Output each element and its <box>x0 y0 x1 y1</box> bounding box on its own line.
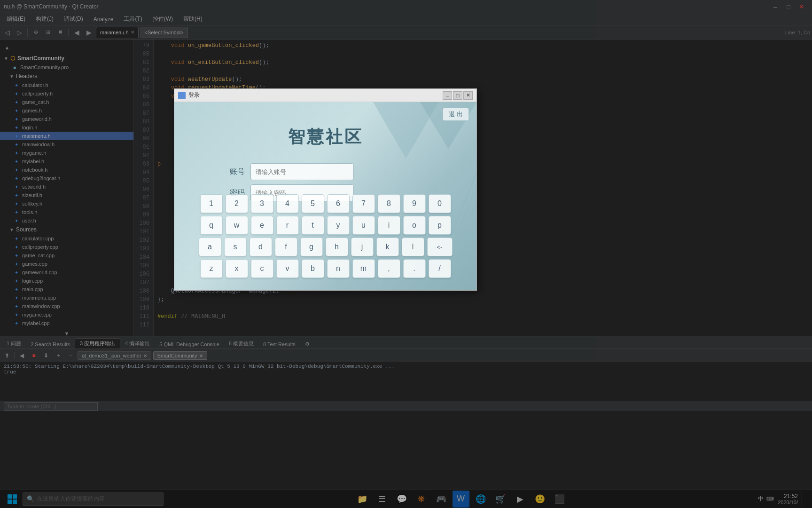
kb-key-z[interactable]: z <box>200 259 223 278</box>
kb-key-a[interactable]: a <box>199 238 221 256</box>
kb-key-o[interactable]: o <box>403 216 426 235</box>
kb-key-q[interactable]: q <box>200 216 223 235</box>
kb-key-2[interactable]: 2 <box>226 194 248 213</box>
kb-key-comma[interactable]: , <box>378 259 400 278</box>
account-row: 账号 <box>221 163 354 180</box>
kb-key-slash[interactable]: / <box>429 259 451 278</box>
kb-key-n[interactable]: n <box>327 259 350 278</box>
dialog-maximize[interactable]: □ <box>453 91 462 100</box>
kb-key-4[interactable]: 4 <box>276 194 299 213</box>
kb-key-d[interactable]: d <box>250 238 272 256</box>
kb-key-i[interactable]: i <box>378 216 400 235</box>
kb-key-c[interactable]: c <box>251 259 273 278</box>
kb-key-8[interactable]: 8 <box>378 194 400 213</box>
modal-overlay: 登录 – □ ✕ 退 出 智慧社区 账号 <box>0 0 812 508</box>
dialog-body: 退 出 智慧社区 账号 密码 1 2 3 4 5 <box>174 102 476 290</box>
kb-key-f[interactable]: f <box>275 238 297 256</box>
kb-key-backspace[interactable]: <- <box>427 238 453 256</box>
kb-key-x[interactable]: x <box>226 259 248 278</box>
kb-key-0[interactable]: 0 <box>429 194 451 213</box>
kb-key-5[interactable]: 5 <box>302 194 324 213</box>
kb-row-qwerty: q w e r t y u i o p <box>189 216 462 235</box>
kb-key-t[interactable]: t <box>302 216 324 235</box>
dialog-minimize[interactable]: – <box>443 91 452 100</box>
kb-key-u[interactable]: u <box>352 216 375 235</box>
app-title: 智慧社区 <box>174 126 476 149</box>
keyboard-area: 1 2 3 4 5 6 7 8 9 0 q w e r t y <box>189 194 462 281</box>
kb-key-h[interactable]: h <box>326 238 348 256</box>
kb-key-7[interactable]: 7 <box>352 194 375 213</box>
kb-key-3[interactable]: 3 <box>251 194 273 213</box>
kb-key-m[interactable]: m <box>352 259 375 278</box>
dialog-titlebar: 登录 – □ ✕ <box>174 89 476 102</box>
kb-row-numbers: 1 2 3 4 5 6 7 8 9 0 <box>189 194 462 213</box>
kb-key-r[interactable]: r <box>276 216 299 235</box>
kb-key-s[interactable]: s <box>224 238 247 256</box>
kb-key-p[interactable]: p <box>429 216 451 235</box>
kb-key-9[interactable]: 9 <box>403 194 426 213</box>
kb-key-b[interactable]: b <box>302 259 324 278</box>
kb-key-y[interactable]: y <box>327 216 350 235</box>
kb-key-l[interactable]: l <box>402 238 424 256</box>
kb-key-g[interactable]: g <box>300 238 323 256</box>
kb-row-asdf: a s d f g h j k l <- <box>189 238 462 256</box>
kb-key-w[interactable]: w <box>226 216 248 235</box>
kb-row-zxcv: z x c v b n m , . / <box>189 259 462 278</box>
kb-key-v[interactable]: v <box>276 259 299 278</box>
kb-key-j[interactable]: j <box>351 238 374 256</box>
kb-key-6[interactable]: 6 <box>327 194 350 213</box>
dialog-close[interactable]: ✕ <box>463 91 473 100</box>
exit-button[interactable]: 退 出 <box>443 108 469 121</box>
dialog-icon <box>178 92 186 99</box>
kb-key-k[interactable]: k <box>376 238 399 256</box>
kb-key-period[interactable]: . <box>403 259 426 278</box>
kb-key-e[interactable]: e <box>251 216 273 235</box>
login-dialog: 登录 – □ ✕ 退 出 智慧社区 账号 <box>174 88 477 291</box>
kb-key-1[interactable]: 1 <box>200 194 223 213</box>
dialog-title: 登录 <box>188 91 443 99</box>
account-label: 账号 <box>221 167 245 177</box>
dialog-controls: – □ ✕ <box>443 91 473 100</box>
account-input[interactable] <box>250 163 354 180</box>
